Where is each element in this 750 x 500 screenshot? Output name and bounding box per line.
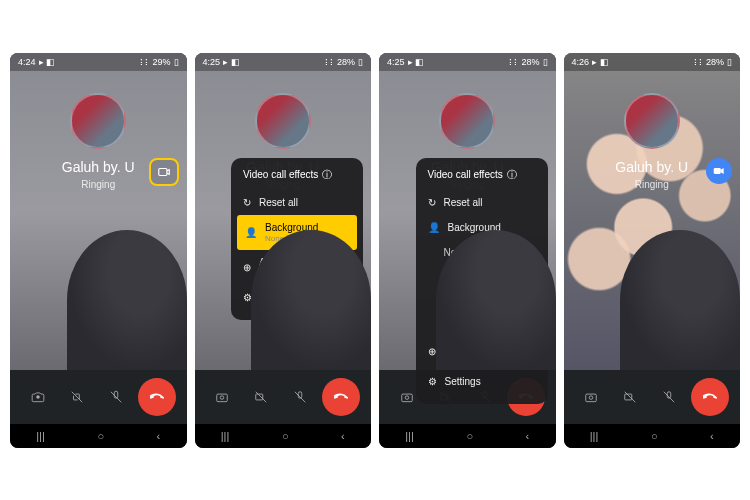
panel-title: Video call effectsⓘ [231,168,363,190]
end-call-button[interactable] [322,378,360,416]
camera-preview: Galuh by. U Ringing [564,53,741,370]
video-off-icon [623,390,637,404]
home-button[interactable]: ○ [651,430,658,442]
recents-button[interactable]: ||| [221,430,230,442]
end-call-button[interactable] [691,378,729,416]
self-preview [620,230,740,370]
call-controls [10,370,187,424]
svg-point-11 [589,395,593,399]
mic-off-icon [293,390,307,404]
self-preview [251,230,371,370]
call-status: Ringing [635,179,669,190]
android-nav: ||| ○ ‹ [195,424,372,448]
clock: 4:26 [572,57,590,67]
caller-avatar [255,93,311,149]
end-call-button[interactable] [138,378,176,416]
call-controls [564,370,741,424]
recents-button[interactable]: ||| [36,430,45,442]
settings-icon: ⚙ [428,376,437,387]
screen-1: 4:24▸ ◧ ⫶⫶29%▯ Galuh by. U Ringing ||| ○… [10,53,187,448]
video-effects-button[interactable] [149,158,179,186]
video-off-icon [254,390,268,404]
clock: 4:25 [387,57,405,67]
camera-icon [584,390,598,404]
recents-button[interactable]: ||| [405,430,414,442]
svg-rect-9 [714,168,721,174]
back-button[interactable]: ‹ [157,430,161,442]
battery-text: 28% [706,57,724,67]
svg-rect-10 [586,394,597,402]
status-bar: 4:25▸ ◧ ⫶⫶28%▯ [195,53,372,71]
svg-point-6 [405,395,409,399]
mute-button[interactable] [283,380,317,414]
notif-icons: ▸ ◧ [39,57,56,67]
effects-icon [712,164,726,178]
recents-button[interactable]: ||| [590,430,599,442]
home-button[interactable]: ○ [466,430,473,442]
reset-icon: ↻ [243,197,251,208]
reset-icon: ↻ [428,197,436,208]
background-icon: 👤 [245,227,257,238]
camera-preview: Galuh by. U Ringing Video call effectsⓘ … [379,53,556,370]
svg-rect-5 [401,394,412,402]
autoframing-icon: ⊕ [243,262,251,273]
phone-icon [703,390,717,404]
home-button[interactable]: ○ [282,430,289,442]
camera-icon [215,390,229,404]
video-off-button[interactable] [60,380,94,414]
camera-icon [31,390,45,404]
panel-title: Video call effectsⓘ [416,168,548,190]
reset-all-item[interactable]: ↻Reset all [231,190,363,215]
back-button[interactable]: ‹ [526,430,530,442]
camera-icon [400,390,414,404]
battery-text: 29% [152,57,170,67]
info-icon[interactable]: ⓘ [322,168,332,182]
caller-avatar [624,93,680,149]
switch-camera-button[interactable] [21,380,55,414]
battery-icon: ▯ [174,57,179,67]
self-preview [67,230,187,370]
android-nav: ||| ○ ‹ [10,424,187,448]
screen-2: 4:25▸ ◧ ⫶⫶28%▯ Galuh by. U Ringing Video… [195,53,372,448]
phone-icon [150,390,164,404]
mute-button[interactable] [652,380,686,414]
screen-3: 4:25▸ ◧ ⫶⫶28%▯ Galuh by. U Ringing Video… [379,53,556,448]
video-off-button[interactable] [613,380,647,414]
battery-text: 28% [337,57,355,67]
phone-icon [334,390,348,404]
self-preview [436,230,556,370]
mute-button[interactable] [99,380,133,414]
caller-name: Galuh by. U [615,159,688,175]
background-icon: 👤 [428,222,440,233]
status-bar: 4:26▸ ◧ ⫶⫶28%▯ [564,53,741,71]
clock: 4:24 [18,57,36,67]
signal-icon: ⫶⫶ [139,57,149,67]
svg-point-2 [220,395,224,399]
switch-camera-button[interactable] [205,380,239,414]
mic-off-icon [109,390,123,404]
call-controls [195,370,372,424]
caller-name: Galuh by. U [62,159,135,175]
back-button[interactable]: ‹ [341,430,345,442]
home-button[interactable]: ○ [97,430,104,442]
status-bar: 4:25▸ ◧ ⫶⫶28%▯ [379,53,556,71]
camera-preview: Galuh by. U Ringing Video call effectsⓘ … [195,53,372,370]
camera-preview: Galuh by. U Ringing [10,53,187,370]
svg-rect-1 [217,394,228,402]
caller-avatar [439,93,495,149]
caller-avatar [70,93,126,149]
settings-item[interactable]: ⚙Settings [416,369,548,394]
back-button[interactable]: ‹ [710,430,714,442]
info-icon[interactable]: ⓘ [507,168,517,182]
clock: 4:25 [203,57,221,67]
screen-4: 4:26▸ ◧ ⫶⫶28%▯ Galuh by. U Ringing ||| ○… [564,53,741,448]
status-bar: 4:24▸ ◧ ⫶⫶29%▯ [10,53,187,71]
video-effects-button[interactable] [706,158,732,184]
call-status: Ringing [81,179,115,190]
video-off-button[interactable] [244,380,278,414]
svg-rect-0 [158,168,166,175]
reset-all-item[interactable]: ↻Reset all [416,190,548,215]
android-nav: ||| ○ ‹ [564,424,741,448]
effects-icon [157,165,171,179]
switch-camera-button[interactable] [574,380,608,414]
